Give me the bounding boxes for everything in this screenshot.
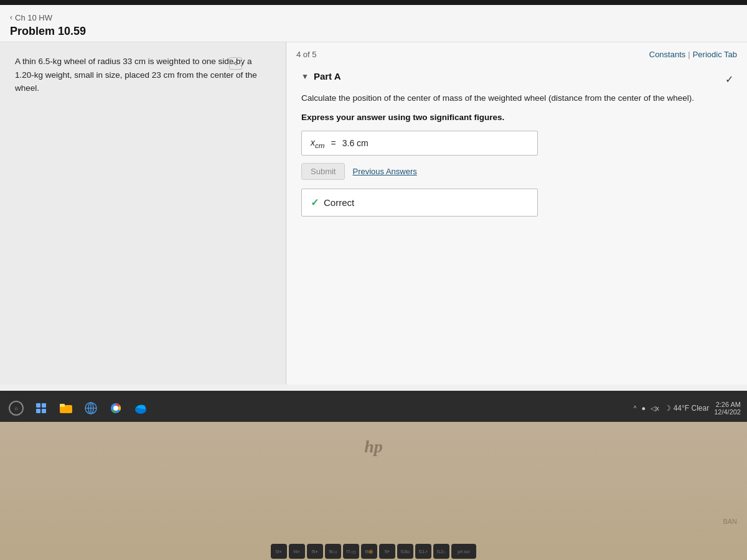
- hp-logo: hp: [364, 437, 383, 457]
- page-back-button[interactable]: <: [229, 57, 242, 70]
- key-f7[interactable]: f7◁)): [343, 544, 359, 559]
- previous-answers-link[interactable]: Previous Answers: [352, 167, 416, 176]
- problem-title: Problem 10.59: [10, 25, 737, 38]
- ban-text: BAN: [723, 518, 737, 525]
- constants-link[interactable]: Constants: [649, 50, 686, 59]
- svg-rect-0: [36, 403, 40, 408]
- moon-icon: ☽: [664, 404, 671, 413]
- submit-button[interactable]: Submit: [301, 163, 345, 180]
- answer-display-box: xcm = 3.6 cm: [301, 131, 538, 156]
- key-f11[interactable]: f11↗: [415, 544, 431, 559]
- key-f6[interactable]: f6◁): [325, 544, 341, 559]
- correct-checkmark-icon: ✓: [311, 197, 319, 208]
- answer-equals: =: [331, 138, 336, 148]
- taskbar-time: 2:26 AM: [716, 401, 741, 408]
- question-text: Calculate the position of the center of …: [301, 91, 732, 105]
- weather-display: ☽ 44°F Clear: [664, 404, 710, 413]
- svg-point-11: [113, 406, 118, 411]
- answer-correct-checkmark: ✓: [725, 74, 733, 85]
- correct-box: ✓ Correct: [301, 189, 538, 217]
- svg-rect-2: [36, 409, 40, 413]
- start-icon: ○: [14, 405, 18, 412]
- chevron-left-icon: <: [233, 59, 238, 68]
- key-f10[interactable]: f10⊟: [397, 544, 413, 559]
- speaker-icon: ◁x: [651, 404, 659, 413]
- key-f5[interactable]: f5✦: [307, 544, 323, 559]
- taskbar-up-icon: ^: [634, 405, 637, 412]
- svg-rect-5: [60, 404, 65, 407]
- answer-value: 3.6 cm: [342, 138, 369, 148]
- correct-text: Correct: [324, 197, 354, 208]
- taskbar-chrome-icon[interactable]: [106, 398, 126, 418]
- part-a-label: Part A: [314, 71, 341, 82]
- separator: |: [688, 50, 690, 59]
- periodic-tab-link[interactable]: Periodic Tab: [693, 50, 737, 59]
- answer-variable: xcm: [311, 138, 325, 149]
- back-link-label: Ch 10 HW: [15, 13, 52, 22]
- sig-figs-text: Express your answer using two significan…: [301, 113, 732, 122]
- key-f9[interactable]: f9•: [379, 544, 395, 559]
- network-icon: ●: [642, 404, 646, 412]
- weather-text: 44°F Clear: [674, 404, 710, 413]
- taskbar-edge-icon[interactable]: [131, 398, 151, 418]
- key-prt-scr[interactable]: prt scr: [451, 544, 476, 559]
- key-f8[interactable]: f8🔆: [361, 544, 377, 559]
- answer-subscript: cm: [315, 141, 325, 149]
- svg-rect-3: [42, 409, 46, 413]
- page-counter: 4 of 5: [296, 50, 317, 59]
- taskbar-browser-icon[interactable]: [81, 398, 101, 418]
- back-link[interactable]: ‹ Ch 10 HW: [10, 13, 52, 22]
- key-f12[interactable]: f12◇: [433, 544, 449, 559]
- taskbar-date: 12/4/202: [714, 408, 741, 416]
- svg-rect-1: [42, 403, 46, 408]
- part-a-triangle-icon: ▼: [301, 72, 309, 81]
- start-button[interactable]: ○: [6, 398, 26, 418]
- key-f4[interactable]: f4✳: [289, 544, 305, 559]
- back-chevron-icon: ‹: [10, 13, 12, 22]
- taskbar-desktop-icon[interactable]: [31, 398, 51, 418]
- key-f3[interactable]: f3✳: [271, 544, 287, 559]
- taskbar-files-icon[interactable]: [56, 398, 76, 418]
